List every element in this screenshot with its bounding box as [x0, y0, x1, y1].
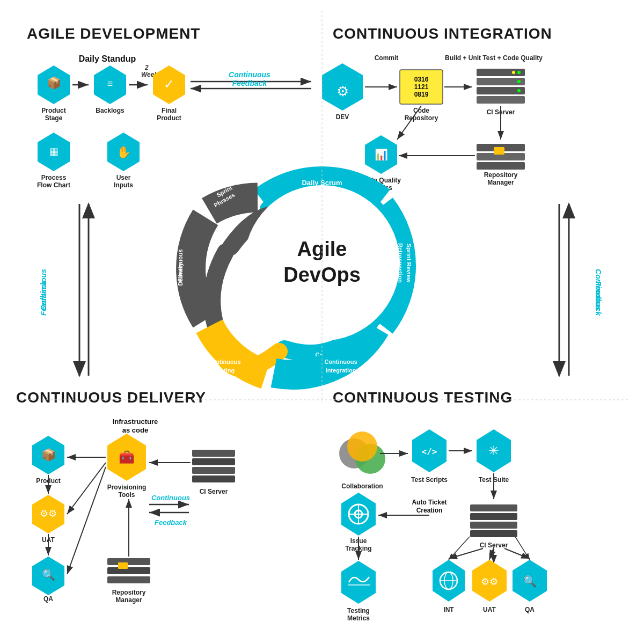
- svg-rect-159: [470, 530, 517, 537]
- svg-rect-126: [107, 558, 150, 565]
- svg-text:📦: 📦: [47, 76, 62, 90]
- svg-text:Feedback: Feedback: [232, 79, 268, 87]
- svg-rect-157: [470, 513, 517, 520]
- svg-text:Testing: Testing: [347, 607, 370, 614]
- svg-text:Continuous: Continuous: [324, 358, 357, 365]
- hex-int: INT: [433, 560, 465, 613]
- svg-text:Manager: Manager: [115, 596, 142, 604]
- ci-title: CONTINUOUS INTEGRATION: [333, 25, 552, 42]
- svg-text:🧰: 🧰: [119, 449, 135, 465]
- svg-text:Feedback: Feedback: [39, 280, 48, 316]
- svg-line-181: [449, 537, 470, 560]
- svg-rect-128: [107, 576, 150, 583]
- hex-provisioning: 🧰 Provisioning Tools: [107, 434, 147, 499]
- svg-text:QA: QA: [525, 606, 535, 613]
- hex-testing-metrics: Testing Metrics: [341, 561, 376, 622]
- svg-marker-162: [341, 561, 376, 604]
- svg-text:QA: QA: [43, 595, 53, 603]
- svg-text:0819: 0819: [414, 91, 429, 98]
- svg-text:Product: Product: [157, 114, 181, 122]
- svg-rect-119: [192, 475, 235, 482]
- svg-text:Infrastructure: Infrastructure: [113, 418, 158, 426]
- svg-text:Tools: Tools: [118, 491, 135, 499]
- svg-point-53: [517, 89, 521, 92]
- svg-point-50: [517, 71, 521, 74]
- svg-text:as code: as code: [122, 426, 148, 434]
- hex-backlogs: ≡ Backlogs: [94, 65, 126, 114]
- svg-text:📦: 📦: [41, 448, 56, 462]
- svg-text:INT: INT: [443, 606, 454, 613]
- svg-text:Commit: Commit: [375, 54, 399, 62]
- svg-text:Final: Final: [162, 107, 177, 114]
- svg-text:⚙⚙: ⚙⚙: [40, 508, 57, 519]
- svg-line-115: [67, 467, 106, 574]
- svg-text:🔍: 🔍: [523, 575, 537, 588]
- svg-text:Creation: Creation: [416, 507, 443, 514]
- svg-text:CI Server: CI Server: [200, 488, 228, 495]
- svg-point-51: [512, 71, 515, 74]
- svg-rect-118: [192, 467, 235, 474]
- cd-title: CONTINUOUS DELIVERY: [16, 389, 206, 406]
- hex-process-flow: ▦ Process Flow Chart: [37, 133, 70, 189]
- svg-rect-64: [494, 147, 504, 155]
- svg-rect-129: [118, 562, 128, 569]
- svg-text:Repository: Repository: [405, 114, 438, 122]
- svg-text:Continuous: Continuous: [151, 494, 190, 502]
- svg-text:Backlogs: Backlogs: [96, 107, 125, 114]
- svg-rect-117: [192, 458, 235, 465]
- svg-point-135: [347, 431, 377, 462]
- svg-text:📊: 📊: [375, 148, 388, 161]
- svg-text:Build + Unit Test + Code Quali: Build + Unit Test + Code Quality: [445, 54, 543, 62]
- svg-text:Process: Process: [41, 174, 67, 181]
- svg-text:Continuous: Continuous: [229, 70, 270, 79]
- hex-final-product: ✓ Final Product: [153, 65, 185, 122]
- svg-text:≡: ≡: [107, 78, 113, 89]
- svg-text:Feedback: Feedback: [155, 518, 187, 526]
- svg-text:⚙⚙: ⚙⚙: [481, 576, 498, 587]
- svg-text:</>: </>: [422, 447, 437, 457]
- svg-line-182: [489, 547, 494, 560]
- svg-point-52: [517, 80, 521, 83]
- svg-text:🔍: 🔍: [42, 568, 55, 581]
- svg-text:Test Scripts: Test Scripts: [411, 476, 448, 484]
- agile-title: AGILE DEVELOPMENT: [27, 25, 200, 42]
- ct-title: CONTINUOUS TESTING: [333, 389, 513, 406]
- svg-text:✓: ✓: [164, 77, 174, 91]
- hex-dev: ⚙ DEV: [322, 63, 363, 121]
- svg-text:User: User: [116, 174, 131, 181]
- svg-rect-158: [470, 522, 517, 529]
- svg-text:Integration: Integration: [326, 367, 356, 374]
- hex-product-stage: 📦 Product Stage: [38, 65, 70, 122]
- svg-text:Inputs: Inputs: [114, 181, 133, 189]
- svg-text:Repository: Repository: [112, 589, 146, 596]
- hex-qa-cd: 🔍 QA: [32, 557, 64, 603]
- svg-text:Manager: Manager: [487, 179, 514, 186]
- svg-text:Provisioning: Provisioning: [107, 484, 147, 491]
- svg-rect-156: [470, 504, 517, 511]
- svg-text:Flow Chart: Flow Chart: [37, 181, 70, 189]
- svg-text:Sprint Review: Sprint Review: [406, 244, 412, 283]
- svg-line-60: [397, 106, 421, 140]
- svg-text:0316: 0316: [414, 76, 429, 83]
- svg-text:UAT: UAT: [483, 606, 496, 613]
- svg-line-114: [67, 463, 106, 514]
- svg-text:Auto Ticket: Auto Ticket: [412, 499, 447, 506]
- svg-rect-116: [192, 450, 235, 457]
- svg-text:Continuous: Continuous: [208, 358, 240, 365]
- svg-text:Testing: Testing: [214, 367, 235, 374]
- diagram-container: AGILE DEVELOPMENT CONTINUOUS INTEGRATION…: [0, 0, 644, 644]
- svg-text:Collaboration: Collaboration: [341, 482, 383, 490]
- svg-text:✋: ✋: [116, 145, 131, 159]
- svg-text:Product: Product: [41, 107, 65, 114]
- svg-rect-49: [477, 96, 525, 104]
- svg-text:⚙: ⚙: [336, 83, 349, 99]
- svg-text:2: 2: [144, 64, 149, 71]
- svg-rect-63: [477, 162, 525, 170]
- hex-user-inputs: ✋ User Inputs: [107, 133, 140, 189]
- svg-text:✳: ✳: [488, 443, 499, 458]
- svg-text:Daily Standup: Daily Standup: [79, 54, 136, 63]
- hex-test-scripts: </> Test Scripts: [411, 429, 448, 484]
- svg-text:Delivery: Delivery: [177, 262, 184, 286]
- svg-text:▦: ▦: [49, 146, 58, 157]
- svg-rect-127: [107, 567, 150, 574]
